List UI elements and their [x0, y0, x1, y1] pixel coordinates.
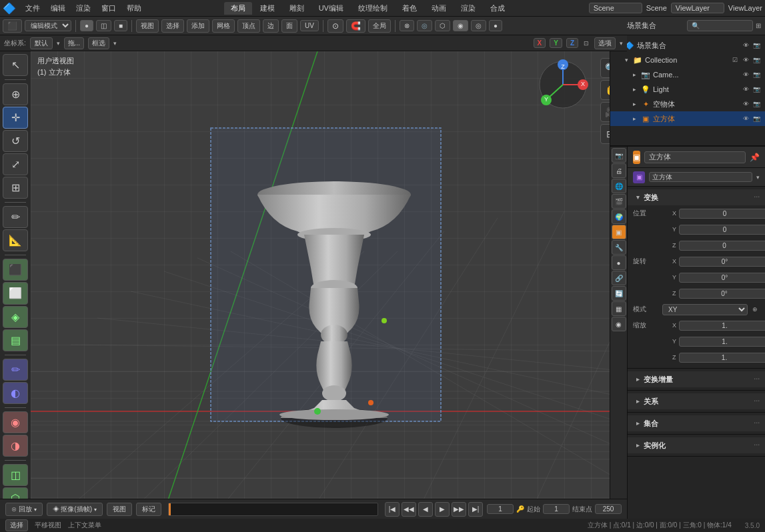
- prop-tab-render[interactable]: 📷: [612, 148, 626, 163]
- select-options-btn[interactable]: 选项: [594, 37, 616, 49]
- prop-tab-constraints[interactable]: 🔄: [612, 286, 626, 301]
- instances-options-icon[interactable]: ⋯: [754, 442, 760, 449]
- relations-options-icon[interactable]: ⋯: [754, 398, 760, 405]
- outliner-camera[interactable]: ▸ 📷 Came... 👁 📷: [610, 67, 765, 82]
- viewport-gizmo[interactable]: Z X Y: [536, 58, 590, 111]
- box1-btn[interactable]: ◫: [3, 464, 28, 486]
- overlay-btn[interactable]: ⊗: [400, 20, 414, 31]
- uv-menu-btn[interactable]: UV: [300, 20, 319, 31]
- next-keyframe-btn[interactable]: ▶▶: [452, 502, 466, 517]
- prop-collections-header[interactable]: ▸ 集合 ⋯: [628, 415, 765, 431]
- expand-icon-collection[interactable]: ▾: [622, 56, 630, 64]
- rotate-tool-btn[interactable]: ↺: [3, 130, 28, 152]
- select-status-btn[interactable]: 选择: [5, 519, 28, 531]
- select-tool-btn[interactable]: ↖: [3, 54, 28, 76]
- edit-mode-select[interactable]: 编辑模式: [25, 20, 71, 31]
- outliner-search-input[interactable]: [687, 20, 754, 31]
- y-axis-btn[interactable]: Y: [550, 38, 562, 48]
- col-checkbox-icon[interactable]: ☑: [730, 55, 740, 65]
- prop-tab-material[interactable]: ◉: [612, 317, 626, 331]
- box-select-btn[interactable]: 框选: [88, 37, 109, 49]
- cube-render-icon[interactable]: 📷: [752, 114, 761, 123]
- cam-render-icon[interactable]: 📷: [752, 70, 761, 79]
- tab-render[interactable]: 渲染: [454, 2, 482, 15]
- view-menu-btn[interactable]: 视图: [136, 19, 159, 33]
- xray-btn[interactable]: ◎: [417, 20, 432, 31]
- rot-y-input[interactable]: [679, 273, 765, 283]
- move-tool-btn[interactable]: ✛: [3, 107, 28, 129]
- tab-layout[interactable]: 布局: [224, 2, 252, 15]
- mark-btn[interactable]: 标记: [136, 503, 161, 516]
- expand-icon-cube[interactable]: ▸: [630, 115, 638, 123]
- shade-flat-btn[interactable]: ◑: [3, 435, 28, 457]
- prop-tab-object[interactable]: ▣: [612, 225, 626, 239]
- rot-x-input[interactable]: [679, 257, 765, 267]
- start-frame-input[interactable]: [543, 504, 570, 514]
- tab-sculpt[interactable]: 雕刻: [283, 2, 311, 15]
- cursor-tool-btn[interactable]: ⊕: [3, 83, 28, 105]
- prop-tab-world[interactable]: 🌍: [612, 209, 626, 224]
- jump-end-btn[interactable]: ▶|: [468, 502, 483, 517]
- outliner-collection[interactable]: ▾ 📁 Collection ☑ 👁 📷: [610, 53, 765, 67]
- prop-tab-output[interactable]: 🖨: [612, 163, 626, 178]
- scale-z-input[interactable]: [679, 353, 766, 363]
- measure-btn[interactable]: 📐: [3, 229, 28, 251]
- prop-tab-physics[interactable]: 🔗: [612, 271, 626, 285]
- prop-data-name-input[interactable]: [649, 172, 752, 182]
- scene-eye-icon[interactable]: 👁: [741, 41, 750, 50]
- light-eye-icon[interactable]: 👁: [741, 85, 750, 94]
- tab-shading[interactable]: 着色: [396, 2, 424, 15]
- menu-help[interactable]: 帮助: [121, 2, 147, 15]
- view-btn[interactable]: 视图: [107, 503, 132, 516]
- loopcut-btn[interactable]: ▤: [3, 329, 28, 351]
- prop-object-name-input[interactable]: [644, 151, 746, 163]
- extrude-btn[interactable]: ⬛: [3, 259, 28, 281]
- tab-uv[interactable]: UV编辑: [312, 2, 350, 15]
- viewport-area[interactable]: 用户透视图 (1) 立方体 Z X Y 🔍 ✋ 🎥 ⊞: [31, 51, 627, 512]
- proportional-btn[interactable]: ⊙: [327, 19, 343, 33]
- prop-tab-particles[interactable]: ●: [612, 255, 626, 270]
- edge-menu-btn[interactable]: 边: [263, 19, 279, 33]
- empty-render-icon[interactable]: 📷: [752, 99, 761, 109]
- tab-compositing[interactable]: 合成: [484, 2, 512, 15]
- x-axis-btn[interactable]: X: [534, 38, 546, 48]
- scale-x-input[interactable]: [679, 321, 765, 331]
- shading-solid-btn[interactable]: ◉: [453, 20, 468, 31]
- drag-btn[interactable]: 拖...: [64, 37, 84, 49]
- annotate-btn[interactable]: ✏: [3, 206, 28, 228]
- snap-btn[interactable]: 🧲: [346, 19, 365, 33]
- prop-tab-modifier[interactable]: 🔧: [612, 240, 626, 255]
- face-select-btn[interactable]: ■: [114, 20, 127, 31]
- scene-render-icon[interactable]: 📷: [752, 41, 761, 50]
- rot-z-input[interactable]: [679, 289, 766, 299]
- face-menu-btn[interactable]: 面: [281, 19, 297, 33]
- delta-options-icon[interactable]: ⋯: [754, 376, 760, 383]
- pos-y-input[interactable]: [679, 225, 765, 235]
- transform-options-icon[interactable]: ⋯: [754, 194, 760, 201]
- vertex-select-btn[interactable]: ●: [80, 20, 93, 31]
- play-back-btn[interactable]: ◀: [418, 502, 433, 517]
- timeline-area[interactable]: [168, 503, 378, 516]
- menu-file[interactable]: 文件: [20, 2, 45, 15]
- outliner-scene-collection[interactable]: ▾ 🔷 场景集合 👁 📷: [610, 38, 765, 53]
- col-eye-icon[interactable]: 👁: [741, 55, 750, 65]
- end-frame-input[interactable]: [595, 504, 622, 514]
- outliner-cube[interactable]: ▸ ▣ 立方体 👁 📷: [610, 111, 765, 126]
- pos-x-input[interactable]: [679, 209, 765, 219]
- outliner-filter-icon[interactable]: ⊞: [756, 22, 761, 29]
- smooth-btn[interactable]: ◐: [3, 382, 28, 404]
- mesh-menu-btn[interactable]: 网格: [212, 19, 235, 33]
- play-btn[interactable]: ▶: [435, 502, 450, 517]
- prop-tab-data[interactable]: ▦: [612, 301, 626, 316]
- outliner-empty[interactable]: ▸ ✦ 空物体 👁 📷: [610, 97, 765, 111]
- z-axis-btn[interactable]: Z: [566, 38, 578, 48]
- collections-options-icon[interactable]: ⋯: [754, 420, 760, 427]
- scene-name-input[interactable]: [589, 3, 642, 13]
- coord-system-select[interactable]: 默认: [30, 37, 53, 49]
- expand-icon-light[interactable]: ▸: [630, 85, 638, 93]
- prop-pin-icon[interactable]: 📌: [750, 151, 760, 164]
- pos-z-input[interactable]: [679, 241, 766, 251]
- interp-btn[interactable]: ◈ 抠像(插帧) ▾: [47, 503, 103, 516]
- prop-relations-header[interactable]: ▸ 关系 ⋯: [628, 393, 765, 409]
- global-btn[interactable]: 全局: [368, 19, 391, 33]
